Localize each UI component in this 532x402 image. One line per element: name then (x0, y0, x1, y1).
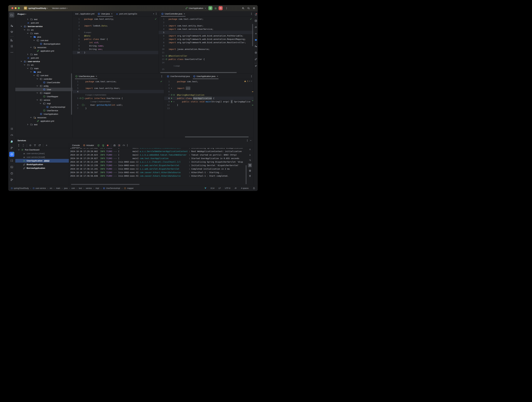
breadcrumb-item[interactable]: impl (95, 187, 99, 189)
tab-options-button[interactable] (251, 75, 252, 77)
tree-item[interactable]: java (15, 70, 72, 74)
folded-body[interactable]: { (231, 100, 233, 103)
breadcrumb-item[interactable]: test (79, 187, 82, 189)
vcs-menu[interactable]: Version control (52, 7, 66, 9)
usages-hint[interactable]: 8 usages (84, 31, 91, 34)
close-icon[interactable]: ✕ (217, 75, 218, 78)
code-editor-userapplication-java[interactable]: 1package com.test; 2 3import ... 6 7@Spr… (164, 79, 253, 138)
thread-dump-camera-icon[interactable] (113, 144, 116, 147)
code-editor-userservice-java[interactable]: 1package com.test.service; 2 3import com… (73, 79, 164, 138)
tree-item[interactable]: resources (15, 45, 72, 49)
tool-dependencies-button[interactable] (9, 158, 14, 163)
tab-application-yml[interactable]: ice/.../application.yml (74, 11, 96, 17)
tool-ai-assistant-button[interactable] (254, 65, 257, 68)
tab-usercontroller-java[interactable]: UserController.java✕ (160, 11, 187, 17)
notifications-button[interactable] (254, 13, 257, 16)
rerun-icon[interactable] (97, 144, 100, 147)
group-by-icon[interactable] (29, 144, 32, 147)
hidden-tabs-chevron[interactable]: ▾ (153, 13, 154, 15)
tree-item[interactable]: service (15, 98, 72, 102)
tab-options-button[interactable] (162, 75, 162, 77)
print-button[interactable] (248, 169, 252, 172)
tool-maven-button[interactable] (254, 32, 257, 35)
tree-item[interactable]: BorrowApplication (15, 42, 72, 45)
tree-item[interactable]: UserApplication (15, 112, 72, 116)
zoom-window-button[interactable] (18, 7, 20, 9)
tree-item[interactable]: src (15, 63, 72, 67)
stop-icon[interactable] (106, 144, 109, 147)
service-item[interactable]: user-service [clean] (15, 152, 69, 155)
folded-imports[interactable]: ... (186, 87, 190, 90)
run-method-icon[interactable] (171, 101, 173, 103)
tree-item[interactable]: application.yml (15, 119, 72, 123)
tab-options-button[interactable] (156, 13, 156, 15)
debug-button[interactable] (213, 6, 218, 10)
usages-hint[interactable]: 4 usages 1 implementation (85, 93, 106, 97)
tool-ai-chat-button[interactable] (254, 38, 257, 41)
export-icon[interactable] (118, 144, 120, 147)
code-editor-user-java[interactable]: 1package com.test.entity; 2 3import lomb… (73, 17, 158, 73)
tree-item[interactable]: impl (15, 102, 72, 105)
tree-item[interactable]: resources (15, 116, 72, 119)
breadcrumb-item[interactable]: com (71, 187, 75, 189)
tree-item[interactable]: test (15, 53, 72, 56)
project-panel-header[interactable]: Project▾ (15, 11, 72, 17)
tab-pom-xml[interactable]: pom.xml (springClo (114, 11, 139, 17)
tab-userapplication-java[interactable]: UserApplication.java✕ (191, 74, 220, 79)
settings-button[interactable] (252, 6, 255, 10)
tree-item[interactable]: pom.xml (15, 56, 72, 60)
collapse-all-icon[interactable] (22, 144, 25, 147)
breadcrumb-item[interactable]: mapper (127, 187, 134, 189)
tool-database-button[interactable] (254, 19, 257, 22)
tree-item[interactable]: borrow-service (15, 25, 72, 28)
unlock-icon[interactable] (253, 187, 255, 189)
close-icon[interactable]: ✕ (95, 75, 97, 78)
service-url-link[interactable]: :8083/ (44, 160, 50, 162)
console-options-button[interactable] (127, 144, 127, 146)
tool-build-button[interactable] (9, 145, 14, 150)
scroll-down-button[interactable] (248, 153, 252, 157)
analysis-ok-icon[interactable] (160, 80, 162, 83)
tree-item[interactable]: test (15, 18, 72, 21)
tree-item[interactable]: UserService (15, 109, 72, 112)
fold-chevron-icon[interactable] (173, 101, 175, 103)
tree-item[interactable]: main (15, 32, 72, 35)
tab-user-java[interactable]: User.java✕ (96, 11, 114, 17)
breadcrumb-item[interactable]: service (86, 187, 92, 189)
close-window-button[interactable] (12, 7, 13, 9)
breadcrumb-item[interactable]: java (64, 187, 68, 189)
tab-console[interactable]: Console (70, 143, 81, 148)
breadcrumb-item[interactable]: user-service (36, 187, 46, 189)
console-vscrollbar[interactable] (246, 165, 247, 184)
tab-options-button[interactable] (251, 13, 252, 15)
open-in-new-window-icon[interactable] (38, 144, 41, 147)
tree-item[interactable]: entity (15, 84, 72, 88)
tool-services-button[interactable] (9, 152, 14, 157)
tool-project-button[interactable] (9, 13, 14, 18)
tool-code-with-me-button[interactable] (254, 45, 257, 48)
tool-spring-button[interactable] (254, 57, 257, 61)
analysis-ok-icon[interactable] (154, 18, 157, 20)
tool-problems-button[interactable] (9, 171, 14, 176)
service-item[interactable]: Run Dashboard (15, 148, 69, 152)
stop-button[interactable] (219, 6, 223, 10)
tree-item[interactable]: controller (15, 77, 72, 81)
console-log[interactable]: 2024-10-18 17:27:20.882 INFO 71303 --- [… (70, 148, 243, 184)
line-ending-widget[interactable]: LF (219, 187, 221, 189)
console-hscrollbar[interactable] (71, 184, 139, 185)
prev-problem-button[interactable]: ˄ (249, 80, 250, 82)
tool-profiler-button[interactable] (9, 133, 14, 138)
run-class-icon[interactable] (171, 97, 173, 99)
implemented-icon[interactable]: I (82, 97, 84, 99)
tool-learn-button[interactable] (9, 29, 14, 34)
tool-plugin-button[interactable] (9, 139, 14, 144)
breadcrumb-item[interactable]: src (50, 187, 52, 189)
rerun-debug-icon[interactable] (102, 144, 104, 147)
tree-item[interactable]: mapper (15, 91, 72, 95)
encoding-widget[interactable]: UTF-8 (225, 187, 230, 189)
minimize-window-button[interactable] (15, 7, 17, 9)
indent-widget[interactable]: 4 spaces (241, 187, 249, 189)
service-item[interactable]: user-service [install] (15, 155, 69, 159)
warning-stripe-mark[interactable] (252, 91, 253, 92)
code-with-me-button[interactable] (241, 6, 245, 10)
